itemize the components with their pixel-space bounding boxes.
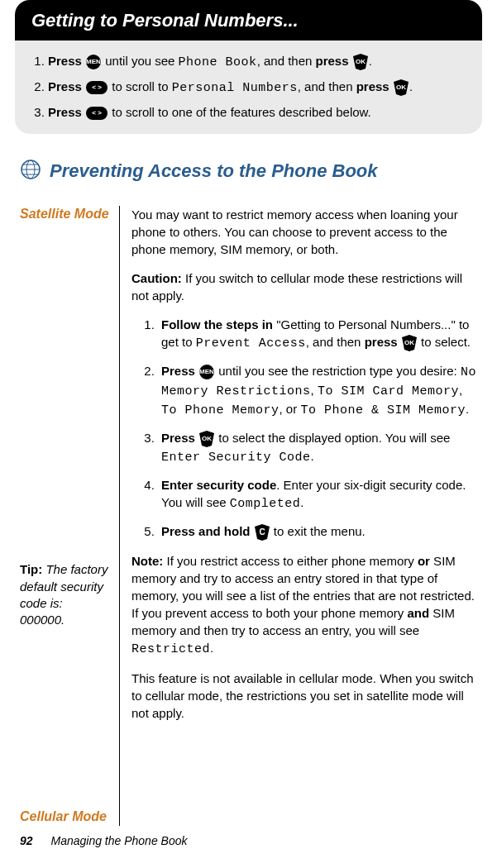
text: . <box>409 79 413 93</box>
text: , <box>311 383 318 397</box>
ok-icon: OK <box>353 54 368 70</box>
spacer <box>20 628 109 808</box>
menu-icon: MENU <box>86 55 101 69</box>
ok-icon: OK <box>394 79 409 96</box>
tip-block: Tip: The factory default security code i… <box>20 561 109 628</box>
c-icon: C <box>255 524 270 541</box>
lcd-text: Completed <box>230 497 301 511</box>
text: to scroll to <box>108 79 172 93</box>
vertical-divider <box>119 206 120 827</box>
page-header: Getting to Personal Numbers... <box>15 0 482 41</box>
menu-icon: MENU <box>199 365 214 379</box>
section-heading-row: Preventing Access to the Phone Book <box>20 155 477 184</box>
page-number: 92 <box>20 834 33 847</box>
lcd-text: Phone Book <box>179 55 257 69</box>
text: to select. <box>418 335 471 349</box>
scroll-icon: < > <box>86 81 108 94</box>
svg-text:C: C <box>259 527 265 537</box>
step-bold: Enter security code <box>161 478 276 492</box>
lcd-text: Enter Security Code <box>161 451 311 465</box>
note-label: Note: <box>131 554 163 568</box>
note-paragraph: Note: If you restrict access to either p… <box>131 552 477 658</box>
text: to exit the menu. <box>270 524 366 538</box>
scroll-icon: < > <box>86 107 108 120</box>
instruction-step-1: Follow the steps in "Getting to Personal… <box>158 316 477 352</box>
step-bold: Follow the steps in <box>161 317 273 331</box>
quick-step-3: Press < > to scroll to one of the featur… <box>48 103 467 121</box>
press-label: Press <box>161 431 198 445</box>
section-title: Preventing Access to the Phone Book <box>50 159 378 184</box>
instruction-step-4: Enter security code. Enter your six-digi… <box>158 476 477 513</box>
press-label: Press <box>48 105 85 119</box>
svg-text:OK: OK <box>202 435 212 442</box>
text: . <box>300 495 303 509</box>
page-header-title: Getting to Personal Numbers... <box>31 10 299 31</box>
text: . <box>311 449 314 463</box>
instruction-step-3: Press OK to select the displayed option.… <box>158 429 477 466</box>
press-label: press <box>356 79 393 93</box>
lcd-text: To Phone Memory <box>161 403 280 417</box>
lcd-text: Prevent Access <box>196 336 306 351</box>
text: If you restrict access to either phone m… <box>163 554 418 568</box>
text: to scroll to one of the features describ… <box>108 105 371 119</box>
satellite-mode-heading: Satellite Mode <box>20 206 109 223</box>
svg-text:OK: OK <box>396 83 406 91</box>
step-bold: Press and hold <box>161 524 254 538</box>
text: , and then <box>306 335 365 349</box>
press-label: Press <box>48 54 85 68</box>
instruction-list: Follow the steps in "Getting to Personal… <box>131 316 477 541</box>
lcd-text: To SIM Card Memory <box>318 384 459 398</box>
text: until you see the restriction type you d… <box>215 364 461 378</box>
caution-paragraph: Caution: If you switch to cellular mode … <box>131 269 477 304</box>
ok-icon: OK <box>199 431 214 447</box>
press-label: press <box>316 54 352 68</box>
sidebar: Satellite Mode Tip: The factory default … <box>20 206 119 827</box>
instruction-step-2: Press MENU until you see the restriction… <box>158 362 477 419</box>
text: until you see <box>102 54 179 68</box>
intro-paragraph: You may want to restrict memory access w… <box>131 206 477 258</box>
lcd-text: Restricted <box>131 642 210 656</box>
text: , and then <box>298 79 356 93</box>
page-footer: 92 Managing the Phone Book <box>20 833 187 850</box>
globe-icon <box>20 159 41 180</box>
content-columns: Satellite Mode Tip: The factory default … <box>20 206 477 827</box>
main-content: You may want to restrict memory access w… <box>131 206 477 827</box>
text: . <box>466 402 469 416</box>
text: . <box>369 54 372 68</box>
press-label: press <box>365 335 401 349</box>
breadcrumb: Managing the Phone Book <box>50 834 187 847</box>
caution-text: If you switch to cellular mode these res… <box>131 271 462 303</box>
svg-text:OK: OK <box>404 339 414 346</box>
lcd-text: Personal Numbers <box>172 81 298 95</box>
press-label: Press <box>48 79 85 93</box>
text: . <box>210 641 213 655</box>
cellular-paragraph: This feature is not available in cellula… <box>131 670 477 722</box>
instruction-step-5: Press and hold C to exit the menu. <box>158 522 477 541</box>
quick-step-1: Press MENU until you see Phone Book, and… <box>48 52 467 71</box>
cellular-mode-heading: Cellular Mode <box>20 808 109 826</box>
text: to select the displayed option. You will… <box>215 431 450 445</box>
ok-icon: OK <box>402 335 417 351</box>
text: , or <box>280 402 301 416</box>
quick-steps-panel: Press MENU until you see Phone Book, and… <box>15 41 482 134</box>
svg-text:OK: OK <box>356 58 366 65</box>
quick-step-2: Press < > to scroll to Personal Numbers,… <box>48 78 467 97</box>
text: , <box>459 383 462 397</box>
or-bold: or <box>418 554 430 568</box>
lcd-text: To Phone & SIM Memory <box>300 403 466 417</box>
tip-label: Tip: <box>20 562 42 576</box>
text: , and then <box>257 54 316 68</box>
spacer <box>20 222 109 561</box>
and-bold: and <box>408 606 430 620</box>
caution-label: Caution: <box>131 271 182 285</box>
press-label: Press <box>161 364 198 378</box>
